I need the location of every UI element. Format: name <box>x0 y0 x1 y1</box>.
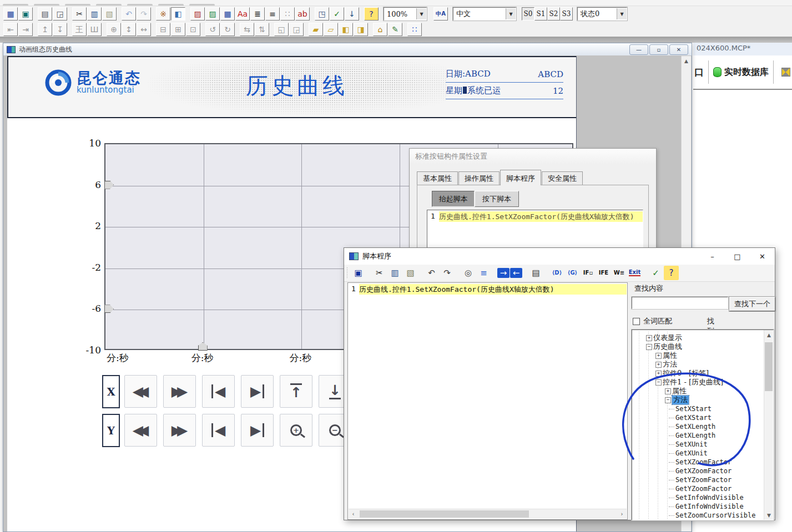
help-icon[interactable]: ? <box>664 266 679 280</box>
if-else-icon[interactable]: IFE <box>596 266 611 280</box>
restore-button[interactable]: ▫ <box>649 44 668 55</box>
graph-object-icon[interactable]: ⟨G⟩ <box>565 266 580 280</box>
expand-icon[interactable]: + <box>665 388 671 394</box>
chevron-down-icon[interactable]: ▼ <box>617 8 627 19</box>
tree-item-label[interactable]: SetXLength <box>675 422 715 431</box>
tree-item[interactable]: GetXZoomFactor <box>633 467 764 475</box>
code-line[interactable]: 历史曲线.控件1.SetXZoomFactor(历史曲线X轴放大倍数) <box>439 211 643 222</box>
exit-icon[interactable]: Exit <box>627 266 642 280</box>
tree-item-label[interactable]: SetZoomCursorVisible <box>675 511 756 519</box>
scroll-down-icon[interactable]: ▼ <box>764 510 774 520</box>
language-select[interactable]: 中文 ▼ <box>453 7 516 21</box>
tree-item[interactable]: SetXStart <box>633 404 764 413</box>
scrollbar-thumb[interactable] <box>360 510 529 518</box>
tree-item[interactable]: GetXLength <box>633 431 764 440</box>
tree-item-label[interactable]: 属性 <box>672 387 687 396</box>
expand-icon[interactable]: + <box>655 371 662 377</box>
tree-item-label[interactable]: SetInfoWndVisible <box>675 493 744 502</box>
scroll-up-icon[interactable]: ▲ <box>682 56 691 65</box>
y-rewind-button[interactable]: ◀◀ <box>124 414 157 447</box>
tree-item-label[interactable]: 方法 <box>663 360 677 369</box>
y-zoom-in-button[interactable]: + <box>280 414 312 447</box>
tree-item-label[interactable]: 方法 <box>672 396 689 404</box>
window-titlebar[interactable]: 动画组态历史曲线 —▫✕ <box>3 43 692 56</box>
tree-item-label[interactable]: 仪表显示 <box>653 333 682 342</box>
spellcheck-icon[interactable]: ab <box>295 7 310 21</box>
state-button-s1[interactable]: S1 <box>534 7 547 21</box>
tree-item-label[interactable]: GetXLength <box>675 431 715 440</box>
window-titlebar[interactable]: 脚本程序 –□✕ <box>344 248 775 265</box>
dialog-titlebar[interactable]: 标准按钮构件属性设置 <box>410 149 656 164</box>
scroll-left-icon[interactable]: ‹ <box>349 509 358 519</box>
copy-icon[interactable]: ▥ <box>387 266 402 280</box>
comment-icon[interactable]: ▤ <box>528 266 543 280</box>
workbench-icon[interactable]: ◧ <box>171 7 185 21</box>
find-input[interactable] <box>632 297 728 309</box>
menu-bar[interactable] <box>0 0 792 6</box>
preview-icon[interactable]: ◎ <box>461 266 476 280</box>
strategy-icon[interactable] <box>781 68 790 77</box>
chevron-down-icon[interactable]: ▼ <box>506 8 516 19</box>
tree-item-label[interactable]: SetXUnit <box>675 440 708 449</box>
workspace-tab-realtime-db[interactable]: 实时数据库 <box>724 67 769 78</box>
whole-word-checkbox[interactable] <box>633 318 640 325</box>
x-skip-end-button[interactable]: ▶ <box>241 375 274 408</box>
tree-item[interactable]: +属性 <box>633 387 764 396</box>
scroll-right-icon[interactable]: › <box>617 509 627 519</box>
toolbox-icon[interactable]: ※ <box>156 7 170 21</box>
tab-基本属性[interactable]: 基本属性 <box>417 171 458 185</box>
y-fast-forward-button[interactable]: ▶▶ <box>163 414 196 447</box>
tab-raise-script[interactable]: 抬起脚本 <box>432 191 475 207</box>
if-then-icon[interactable]: IF▫ <box>581 266 596 280</box>
tree-item[interactable]: GetXUnit <box>633 449 764 458</box>
tree-item[interactable]: −控件1 - [历史曲线] <box>633 378 764 387</box>
tree-item-label[interactable]: GetYZoomFactor <box>675 484 732 493</box>
tree-item[interactable]: GetXStart <box>633 413 764 422</box>
minimize-button[interactable]: — <box>629 44 648 55</box>
palette-icon[interactable]: ▨ <box>190 7 205 21</box>
animation-icon[interactable]: ▨ <box>205 7 220 21</box>
tree-item-label[interactable]: GetXZoomFactor <box>675 467 732 475</box>
expand-icon[interactable]: + <box>646 335 652 341</box>
x-scroll-top-button[interactable]: ↑ <box>280 375 312 408</box>
tree-item-label[interactable]: SetYZoomFactor <box>675 475 732 484</box>
state-button-s2[interactable]: S2 <box>547 7 560 21</box>
chevron-down-icon[interactable]: ▼ <box>416 8 426 19</box>
tree-item[interactable]: +属性 <box>633 351 764 360</box>
tree-item-label[interactable]: 属性 <box>663 351 677 360</box>
close-button[interactable]: ✕ <box>750 248 775 265</box>
y-skip-end-button[interactable]: ▶ <box>241 414 274 447</box>
x-fast-forward-button[interactable]: ▶▶ <box>163 375 196 408</box>
toolbar-grip[interactable] <box>346 267 348 279</box>
tree-item[interactable]: GetYZoomFactor <box>633 484 764 493</box>
tree-item-label[interactable]: 控件1 - [历史曲线] <box>663 378 723 387</box>
tab-press-script[interactable]: 按下脚本 <box>475 191 519 207</box>
status-select[interactable]: 状态0 ▼ <box>577 7 627 21</box>
tree-item[interactable]: −历史曲线 <box>633 342 764 351</box>
fill-color-icon[interactable]: ✎ <box>388 23 402 36</box>
tree-item[interactable]: SetXUnit <box>633 440 764 449</box>
syntax-check-icon[interactable]: ✓ <box>648 266 663 280</box>
validate-icon[interactable]: ✓ <box>330 7 344 21</box>
layer-up-icon[interactable]: ◧ <box>339 23 353 36</box>
property-sheet-icon[interactable]: ◳ <box>315 7 329 21</box>
tab-脚本程序[interactable]: 脚本程序 <box>500 170 541 185</box>
print-preview-icon[interactable]: ◲ <box>53 7 67 21</box>
paste-icon[interactable]: ▧ <box>403 266 418 280</box>
layer-back-icon[interactable]: ▱ <box>324 23 338 36</box>
tree-item-label[interactable]: GetXStart <box>675 413 712 422</box>
tree-item[interactable]: −方法 <box>633 396 764 404</box>
layer-down-icon[interactable]: ◨ <box>354 23 368 36</box>
code-line[interactable]: 历史曲线.控件1.SetXZoomFactor(历史曲线X轴放大倍数) <box>359 284 627 295</box>
save-icon[interactable]: ▣ <box>351 266 366 280</box>
undo-icon[interactable]: ↶ <box>424 266 439 280</box>
expand-icon[interactable]: + <box>655 353 662 359</box>
scroll-up-icon[interactable]: ▲ <box>764 330 774 340</box>
text-grid-icon[interactable]: ▦ <box>220 7 235 21</box>
workspace-tab-partial[interactable]: 口 <box>694 66 704 79</box>
tree-item[interactable]: +方法 <box>633 360 764 369</box>
tree-item[interactable]: +仪表显示 <box>633 333 764 342</box>
script-code-editor[interactable]: 1 历史曲线.控件1.SetXZoomFactor(历史曲线X轴放大倍数) ‹ … <box>347 282 628 520</box>
maximize-button[interactable]: □ <box>725 248 750 265</box>
minimize-button[interactable]: – <box>700 248 725 265</box>
